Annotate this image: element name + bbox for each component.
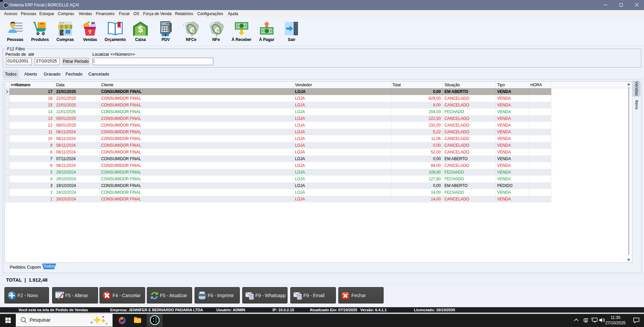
svg-text:e: e [215, 23, 219, 34]
svg-text:e: e [190, 23, 194, 34]
svg-text:$: $ [138, 24, 143, 34]
